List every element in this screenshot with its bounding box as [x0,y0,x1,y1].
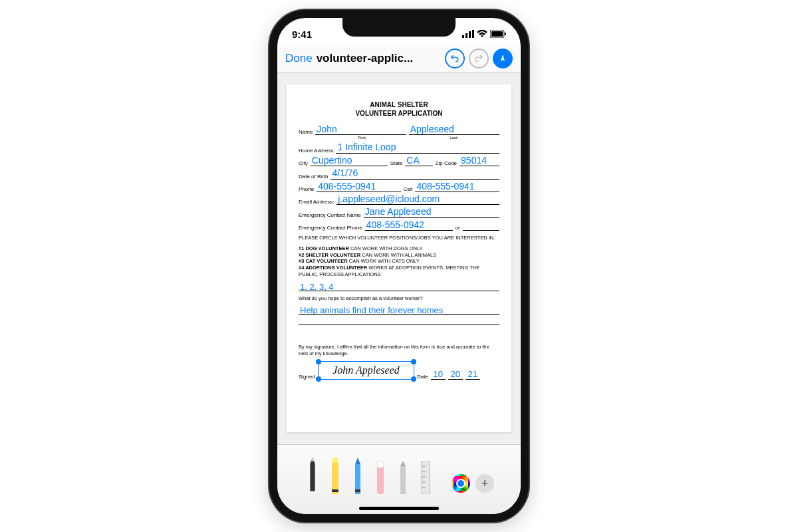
field-goal-2[interactable] [299,316,499,325]
markup-button[interactable] [493,49,513,68]
svg-rect-1 [466,33,467,38]
svg-rect-0 [462,35,464,38]
field-last-name[interactable]: Appleseed [409,124,499,135]
home-indicator[interactable] [359,507,439,510]
field-address[interactable]: 1 Infinite Loop [336,142,499,153]
field-date-d[interactable]: 20 [448,369,463,380]
cellular-icon [462,29,474,40]
pdf-page[interactable]: ANIMAL SHELTERVOLUNTEER APPLICATION Name… [287,84,511,432]
resize-handle-tr[interactable] [411,359,416,364]
resize-handle-bl[interactable] [316,376,321,382]
svg-rect-16 [377,461,384,467]
label-em-phone: Emergency Contact Phone [299,225,362,231]
svg-rect-17 [400,466,406,494]
svg-marker-13 [355,458,360,464]
svg-rect-9 [332,463,338,494]
markup-toolbar: + [277,444,521,514]
current-color-icon [456,479,466,488]
label-date: Date [417,374,428,380]
field-phone[interactable]: 408-555-0941 [317,182,401,192]
svg-marker-8 [311,458,314,462]
field-state[interactable]: CA [405,156,432,166]
status-time: 9:41 [292,29,312,40]
battery-icon [490,29,506,40]
svg-rect-11 [332,489,338,492]
field-em-phone[interactable]: 408-555-0942 [365,220,453,231]
redo-button [469,49,489,68]
field-first-name[interactable]: John [315,124,406,135]
svg-marker-10 [332,458,338,463]
signature-image[interactable]: John Appleseed [332,364,400,376]
question-text: What do you hope to accomplish as a volu… [299,295,499,302]
document-title: volunteer-applic... [317,52,413,65]
field-cell[interactable]: 408-555-0941 [415,182,499,192]
label-or: or [456,225,460,231]
eraser-tool[interactable] [372,458,389,494]
label-address: Home Address [299,148,333,154]
lasso-tool[interactable] [394,458,412,494]
wifi-icon [477,29,487,40]
field-date-m[interactable]: 10 [431,369,446,380]
svg-rect-2 [469,31,471,38]
form-header: ANIMAL SHELTERVOLUNTEER APPLICATION [299,100,499,118]
svg-marker-18 [400,461,406,466]
label-city: City [299,160,308,166]
ruler-tool[interactable] [417,458,434,494]
resize-handle-br[interactable] [411,376,416,382]
resize-handle-tl[interactable] [316,359,321,364]
field-em-alt[interactable] [463,230,499,231]
color-picker-button[interactable] [452,474,470,493]
field-em-name[interactable]: Jane Appleseed [364,207,499,217]
label-email: Email Address: [299,199,334,205]
label-em-name: Emergency Contact Name [299,212,361,218]
notch [342,18,456,37]
label-phone: Phone [299,186,314,192]
iphone-frame: 9:41 Done volunteer-applic... [269,10,529,522]
label-cell: Cell [404,186,413,192]
svg-rect-14 [355,489,360,492]
instructions-text: PLEASE CIRCLE WHICH VOLUNTEER POSITIONS/… [299,235,499,241]
label-dob: Date of Birth [299,174,328,180]
sublabel-last: Last [408,136,499,140]
label-zip: Zip Code [436,160,457,166]
svg-rect-15 [377,464,384,494]
roles-list: #1 DOG VOLUNTEER CAN WORK WITH DOGS ONLY… [299,245,499,278]
field-zip[interactable]: 95014 [460,156,499,166]
label-state: State [390,160,403,166]
signature-selection[interactable]: John Appleseed [318,361,414,380]
field-dob[interactable]: 4/1/76 [331,168,499,179]
label-signed: Signed [299,374,315,380]
pencil-tool[interactable] [349,458,366,494]
label-name: Name [299,129,313,135]
pen-tool[interactable] [304,458,321,494]
svg-rect-6 [505,33,506,35]
field-date-y[interactable]: 21 [466,369,480,380]
affirmation-text: By my signature, I affirm that all the i… [299,344,499,357]
svg-rect-3 [472,30,474,38]
undo-button[interactable] [445,49,465,68]
svg-rect-5 [491,31,503,37]
add-annotation-button[interactable]: + [475,474,494,493]
sublabel-first: First [316,136,408,140]
field-positions[interactable]: 1, 2, 3, 4 [299,282,499,291]
field-goal[interactable]: Help animals find their forever homes [299,305,499,315]
svg-marker-7 [310,458,315,491]
document-viewport[interactable]: ANIMAL SHELTERVOLUNTEER APPLICATION Name… [277,72,521,444]
field-city[interactable]: Cupertino [311,156,388,166]
done-button[interactable]: Done [285,52,313,65]
highlighter-tool[interactable] [327,458,344,494]
field-email[interactable]: j.appleseed@icloud.com [336,194,499,205]
nav-bar: Done volunteer-applic... [277,45,521,72]
